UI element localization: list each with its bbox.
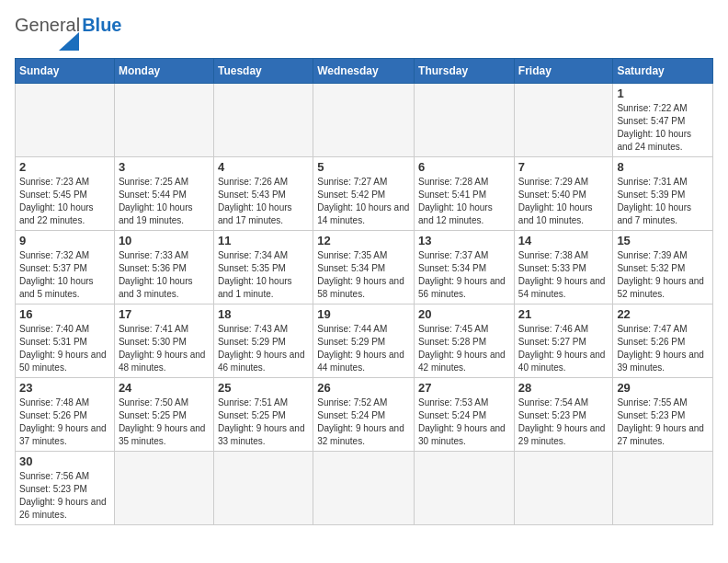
day-info: Sunrise: 7:56 AM Sunset: 5:23 PM Dayligh… [19,470,110,522]
day-number: 24 [119,381,210,395]
calendar-header-monday: Monday [114,59,213,84]
day-info: Sunrise: 7:54 AM Sunset: 5:23 PM Dayligh… [518,396,609,448]
calendar-header-sunday: Sunday [16,59,115,84]
calendar-cell: 10Sunrise: 7:33 AM Sunset: 5:36 PM Dayli… [114,231,213,304]
day-number: 11 [218,234,309,247]
day-info: Sunrise: 7:53 AM Sunset: 5:24 PM Dayligh… [418,396,510,448]
calendar-week-row: 23Sunrise: 7:48 AM Sunset: 5:26 PM Dayli… [16,378,713,452]
calendar-cell: 6Sunrise: 7:28 AM Sunset: 5:41 PM Daylig… [415,157,515,231]
calendar-cell: 7Sunrise: 7:29 AM Sunset: 5:40 PM Daylig… [514,157,613,231]
day-number: 28 [518,381,609,395]
calendar-cell [613,452,713,525]
calendar-cell [16,84,115,157]
day-number: 20 [418,307,510,321]
day-info: Sunrise: 7:27 AM Sunset: 5:42 PM Dayligh… [317,176,410,227]
calendar-cell: 26Sunrise: 7:52 AM Sunset: 5:24 PM Dayli… [313,378,415,452]
page-header: General Blue [15,15,713,51]
calendar-cell [313,84,415,157]
calendar-header-thursday: Thursday [415,59,515,84]
calendar-cell: 29Sunrise: 7:55 AM Sunset: 5:23 PM Dayli… [613,378,713,452]
logo: General Blue [15,15,122,51]
day-info: Sunrise: 7:48 AM Sunset: 5:26 PM Dayligh… [19,396,110,448]
calendar-cell: 30Sunrise: 7:56 AM Sunset: 5:23 PM Dayli… [16,452,115,525]
calendar-cell: 21Sunrise: 7:46 AM Sunset: 5:27 PM Dayli… [514,304,613,378]
day-number: 25 [218,381,309,395]
logo-triangle-icon [59,32,79,51]
calendar-week-row: 16Sunrise: 7:40 AM Sunset: 5:31 PM Dayli… [16,304,713,378]
day-info: Sunrise: 7:38 AM Sunset: 5:33 PM Dayligh… [518,249,609,301]
calendar-cell: 14Sunrise: 7:38 AM Sunset: 5:33 PM Dayli… [514,231,613,304]
day-number: 13 [418,234,510,247]
logo-blue-text: Blue [82,15,121,36]
day-info: Sunrise: 7:32 AM Sunset: 5:37 PM Dayligh… [19,249,110,301]
day-number: 7 [518,160,609,174]
day-info: Sunrise: 7:34 AM Sunset: 5:35 PM Dayligh… [218,249,309,301]
calendar-cell: 11Sunrise: 7:34 AM Sunset: 5:35 PM Dayli… [213,231,313,304]
day-info: Sunrise: 7:37 AM Sunset: 5:34 PM Dayligh… [418,249,510,301]
calendar-cell [415,452,515,525]
calendar-cell: 19Sunrise: 7:44 AM Sunset: 5:29 PM Dayli… [313,304,415,378]
calendar-cell: 2Sunrise: 7:23 AM Sunset: 5:45 PM Daylig… [16,157,115,231]
day-number: 3 [119,160,210,174]
day-info: Sunrise: 7:55 AM Sunset: 5:23 PM Dayligh… [617,396,709,448]
day-info: Sunrise: 7:41 AM Sunset: 5:30 PM Dayligh… [119,323,210,374]
calendar-cell: 8Sunrise: 7:31 AM Sunset: 5:39 PM Daylig… [613,157,713,231]
calendar-cell [415,84,515,157]
day-info: Sunrise: 7:45 AM Sunset: 5:28 PM Dayligh… [418,323,510,374]
calendar-cell: 12Sunrise: 7:35 AM Sunset: 5:34 PM Dayli… [313,231,415,304]
day-info: Sunrise: 7:50 AM Sunset: 5:25 PM Dayligh… [119,396,210,448]
day-number: 29 [617,381,709,395]
day-info: Sunrise: 7:39 AM Sunset: 5:32 PM Dayligh… [617,249,709,301]
day-number: 17 [119,307,210,321]
day-info: Sunrise: 7:26 AM Sunset: 5:43 PM Dayligh… [218,176,309,227]
day-info: Sunrise: 7:25 AM Sunset: 5:44 PM Dayligh… [119,176,210,227]
day-number: 12 [317,234,410,247]
day-info: Sunrise: 7:35 AM Sunset: 5:34 PM Dayligh… [317,249,410,301]
calendar-header-tuesday: Tuesday [213,59,313,84]
day-number: 1 [617,86,709,100]
day-info: Sunrise: 7:43 AM Sunset: 5:29 PM Dayligh… [218,323,309,374]
calendar-cell: 28Sunrise: 7:54 AM Sunset: 5:23 PM Dayli… [514,378,613,452]
calendar-cell: 16Sunrise: 7:40 AM Sunset: 5:31 PM Dayli… [16,304,115,378]
calendar-cell [213,452,313,525]
calendar-cell [313,452,415,525]
day-number: 9 [19,234,110,247]
calendar-cell: 15Sunrise: 7:39 AM Sunset: 5:32 PM Dayli… [613,231,713,304]
calendar-week-row: 1Sunrise: 7:22 AM Sunset: 5:47 PM Daylig… [16,84,713,157]
calendar-cell: 18Sunrise: 7:43 AM Sunset: 5:29 PM Dayli… [213,304,313,378]
day-info: Sunrise: 7:28 AM Sunset: 5:41 PM Dayligh… [418,176,510,227]
day-number: 4 [218,160,309,174]
day-info: Sunrise: 7:40 AM Sunset: 5:31 PM Dayligh… [19,323,110,374]
day-info: Sunrise: 7:46 AM Sunset: 5:27 PM Dayligh… [518,323,609,374]
day-number: 15 [617,234,709,247]
calendar-week-row: 2Sunrise: 7:23 AM Sunset: 5:45 PM Daylig… [16,157,713,231]
calendar-cell [514,452,613,525]
day-info: Sunrise: 7:51 AM Sunset: 5:25 PM Dayligh… [218,396,309,448]
day-number: 8 [617,160,709,174]
calendar-cell: 3Sunrise: 7:25 AM Sunset: 5:44 PM Daylig… [114,157,213,231]
calendar-cell: 4Sunrise: 7:26 AM Sunset: 5:43 PM Daylig… [213,157,313,231]
calendar-cell: 1Sunrise: 7:22 AM Sunset: 5:47 PM Daylig… [613,84,713,157]
calendar-cell: 25Sunrise: 7:51 AM Sunset: 5:25 PM Dayli… [213,378,313,452]
calendar-cell: 20Sunrise: 7:45 AM Sunset: 5:28 PM Dayli… [415,304,515,378]
day-info: Sunrise: 7:47 AM Sunset: 5:26 PM Dayligh… [617,323,709,374]
day-number: 22 [617,307,709,321]
day-number: 14 [518,234,609,247]
day-number: 18 [218,307,309,321]
day-number: 2 [19,160,110,174]
calendar-table: SundayMondayTuesdayWednesdayThursdayFrid… [15,58,713,525]
calendar-header-wednesday: Wednesday [313,59,415,84]
calendar-cell: 22Sunrise: 7:47 AM Sunset: 5:26 PM Dayli… [613,304,713,378]
day-number: 21 [518,307,609,321]
day-number: 30 [19,454,110,468]
day-number: 10 [119,234,210,247]
day-info: Sunrise: 7:31 AM Sunset: 5:39 PM Dayligh… [617,176,709,227]
day-number: 23 [19,381,110,395]
day-number: 16 [19,307,110,321]
calendar-week-row: 30Sunrise: 7:56 AM Sunset: 5:23 PM Dayli… [16,452,713,525]
day-number: 26 [317,381,410,395]
day-info: Sunrise: 7:29 AM Sunset: 5:40 PM Dayligh… [518,176,609,227]
day-info: Sunrise: 7:44 AM Sunset: 5:29 PM Dayligh… [317,323,410,374]
calendar-cell: 5Sunrise: 7:27 AM Sunset: 5:42 PM Daylig… [313,157,415,231]
calendar-header-friday: Friday [514,59,613,84]
